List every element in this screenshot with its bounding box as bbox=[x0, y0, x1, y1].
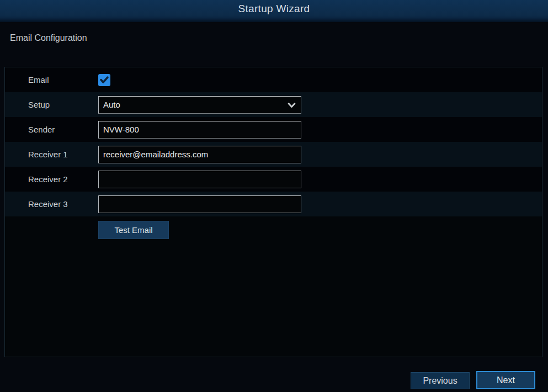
checkmark-icon bbox=[100, 76, 109, 84]
sender-label: Sender bbox=[5, 125, 98, 134]
wizard-title: Startup Wizard bbox=[0, 0, 548, 18]
email-label: Email bbox=[5, 75, 98, 84]
form-row-receiver-1: Receiver 1 bbox=[5, 142, 542, 167]
test-email-button[interactable]: Test Email bbox=[98, 221, 169, 239]
receiver-1-input[interactable] bbox=[98, 146, 301, 163]
setup-select[interactable]: Auto bbox=[98, 96, 301, 114]
form-row-sender: Sender bbox=[5, 117, 542, 142]
setup-label: Setup bbox=[5, 100, 98, 109]
email-config-panel: Email Setup Auto Sender Receiver bbox=[4, 67, 542, 357]
receiver-3-input[interactable] bbox=[98, 195, 301, 213]
receiver-2-input[interactable] bbox=[98, 171, 301, 188]
setup-select-value: Auto bbox=[103, 100, 120, 109]
receiver-2-label: Receiver 2 bbox=[5, 174, 98, 184]
sender-input[interactable] bbox=[98, 121, 301, 139]
page-title: Email Configuration bbox=[10, 33, 87, 43]
wizard-title-bar: Startup Wizard bbox=[0, 0, 548, 22]
form-row-receiver-3: Receiver 3 bbox=[5, 192, 542, 216]
receiver-3-label: Receiver 3 bbox=[5, 199, 98, 209]
email-checkbox[interactable] bbox=[98, 74, 110, 86]
form-row-email: Email bbox=[5, 67, 542, 92]
form-row-setup: Setup Auto bbox=[5, 92, 542, 117]
receiver-1-label: Receiver 1 bbox=[5, 150, 98, 159]
previous-button[interactable]: Previous bbox=[411, 372, 470, 389]
next-button[interactable]: Next bbox=[476, 371, 535, 389]
form-row-receiver-2: Receiver 2 bbox=[5, 167, 542, 192]
